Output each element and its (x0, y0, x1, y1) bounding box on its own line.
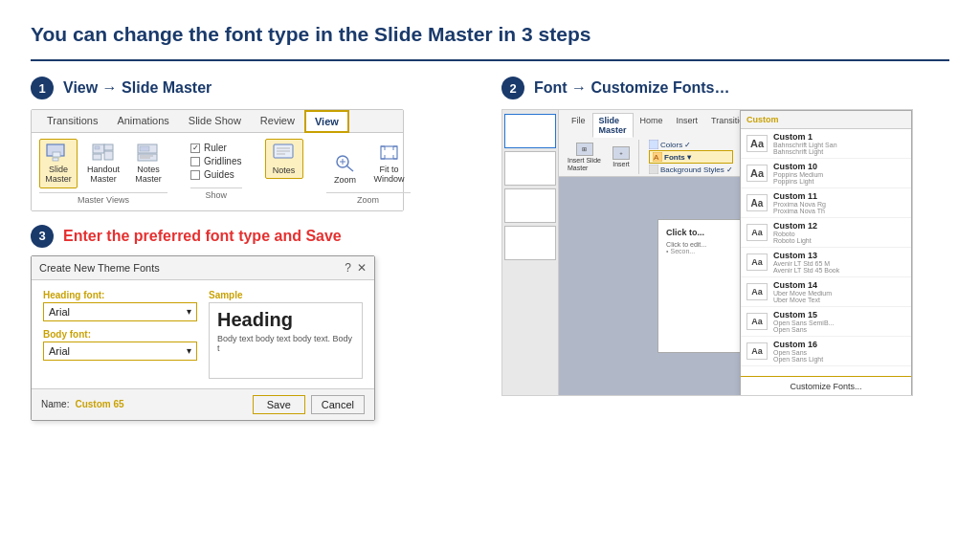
font-dropdown-header: Custom (741, 111, 911, 129)
mini-tab-home[interactable]: Home (634, 113, 670, 138)
ruler-checkbox[interactable]: ✓ (190, 143, 200, 153)
guides-checkbox[interactable] (190, 170, 200, 180)
font-item-custom13[interactable]: Aa Custom 13 Avenir LT Std 65 M Avenir L… (741, 248, 911, 277)
font-item-custom10[interactable]: Aa Custom 10 Poppins Medium Poppins Ligh… (741, 159, 911, 188)
tab-view[interactable]: View (304, 110, 349, 133)
slide-thumb-3[interactable] (504, 188, 556, 223)
handout-master-btn[interactable]: HandoutMaster (81, 139, 125, 188)
slide-thumb-2[interactable] (504, 151, 556, 186)
name-value: Custom 65 (75, 399, 123, 409)
guides-checkbox-row[interactable]: Guides (190, 169, 241, 180)
show-label: Show (190, 187, 241, 200)
font-item-custom1[interactable]: Aa Custom 1 Bahnschrift Light San Bahnsc… (741, 129, 911, 159)
ribbon-screenshot: Transitions Animations Slide Show Review… (31, 109, 404, 211)
zoom-group: Zoom (326, 139, 411, 205)
svg-rect-7 (104, 151, 113, 160)
mini-tab-slidemaster[interactable]: Slide Master (592, 113, 634, 138)
name-row: Name: Custom 65 (41, 399, 124, 409)
insert-slide-icon: ⊞ (576, 143, 593, 156)
mini-insert-layout-btn[interactable]: + Insert (610, 145, 633, 168)
notes-master-btn[interactable]: NotesMaster (129, 139, 167, 188)
notes-master-icon (135, 143, 162, 164)
handout-master-label: HandoutMaster (87, 165, 120, 185)
dialog-help-icon[interactable]: ? (345, 261, 351, 275)
dialog-left-panel: Heading font: Arial ▾ Body font: Arial ▾ (43, 290, 197, 379)
bg-btn[interactable]: Background Styles ✓ (649, 165, 733, 174)
button-row: Save Cancel (253, 395, 365, 414)
notes-btn[interactable]: Notes (265, 139, 303, 179)
tab-review[interactable]: Review (251, 110, 304, 132)
body-font-label: Body font: (43, 329, 197, 340)
insert-layout-icon: + (612, 146, 630, 160)
master-views-group: SlideMaster (39, 139, 167, 205)
notes-btn-label: Notes (273, 165, 296, 175)
notes-group: Notes - (265, 139, 303, 195)
save-button[interactable]: Save (253, 395, 305, 414)
svg-text:A: A (654, 153, 659, 162)
fit-to-window-btn[interactable]: Fit toWindow (368, 139, 411, 188)
font-item-custom11[interactable]: Aa Custom 11 Proxima Nova Rg Proxima Nov… (741, 188, 911, 218)
font-item-custom15[interactable]: Aa Custom 15 Open Sans SemiB... Open San… (741, 307, 911, 337)
body-font-input[interactable]: Arial ▾ (43, 342, 197, 361)
gridlines-checkbox-row[interactable]: Gridlines (190, 156, 241, 166)
font-item-custom12[interactable]: Aa Custom 12 Roboto Roboto Light (741, 218, 911, 248)
font-aa-icon: Aa (746, 313, 768, 330)
show-group: ✓ Ruler Gridlines Guides Show (190, 139, 241, 200)
fit-to-window-icon (376, 143, 403, 164)
colors-btn[interactable]: Colors ✓ (649, 140, 733, 149)
font-aa-icon: Aa (746, 253, 768, 271)
step2-title: Font → Customize Fonts… (534, 79, 729, 97)
step3-header: 3 Enter the preferred font type and Save (31, 225, 479, 248)
font-aa-icon: Aa (746, 283, 768, 300)
guides-label: Guides (204, 169, 234, 180)
dialog-close-btn[interactable]: ✕ (357, 261, 367, 275)
ribbon-content: SlideMaster (32, 133, 403, 210)
step2-header: 2 Font → Customize Fonts… (501, 77, 949, 99)
slide-master-btn[interactable]: SlideMaster (39, 139, 78, 188)
notes-icon (271, 143, 298, 164)
font-item-custom16[interactable]: Aa Custom 16 Open Sans Open Sans Light (741, 337, 911, 366)
step1-title: View → Slide Master (63, 79, 212, 97)
slide-panel (502, 110, 559, 395)
customize-fonts-btn[interactable]: Customize Fonts... (741, 376, 911, 396)
gridlines-checkbox[interactable] (190, 157, 200, 166)
font-aa-icon: Aa (746, 165, 768, 182)
mini-tab-insert[interactable]: Insert (670, 113, 705, 138)
slide-thumb-4[interactable] (504, 226, 556, 260)
cancel-button[interactable]: Cancel (311, 395, 365, 414)
svg-rect-2 (53, 158, 58, 161)
ruler-label: Ruler (204, 143, 227, 153)
svg-rect-22 (649, 140, 658, 149)
slide-thumb-1[interactable] (504, 114, 556, 148)
svg-rect-10 (138, 154, 157, 161)
svg-rect-25 (649, 165, 658, 174)
font-aa-icon: Aa (746, 224, 768, 241)
mini-tab-file[interactable]: File (565, 113, 592, 138)
tab-slideshow[interactable]: Slide Show (179, 110, 251, 132)
svg-rect-5 (104, 144, 113, 150)
font-list: Aa Custom 1 Bahnschrift Light San Bahnsc… (741, 129, 911, 366)
sample-box: Heading Body text body text body text. B… (209, 302, 363, 379)
svg-rect-21 (381, 146, 397, 159)
fonts-btn[interactable]: A Fonts ▾ (649, 150, 733, 164)
name-label: Name: (41, 399, 69, 409)
tab-transitions[interactable]: Transitions (37, 110, 107, 132)
font-aa-icon: Aa (746, 135, 768, 152)
create-theme-fonts-dialog: Create New Theme Fonts ? ✕ Heading font:… (31, 255, 375, 421)
font-aa-icon: Aa (746, 342, 768, 360)
fit-to-window-label: Fit toWindow (374, 165, 405, 185)
tab-animations[interactable]: Animations (107, 110, 178, 132)
dialog-titlebar: Create New Theme Fonts ? ✕ (32, 256, 374, 280)
ruler-checkbox-row[interactable]: ✓ Ruler (190, 143, 241, 153)
notes-master-label: NotesMaster (135, 165, 162, 185)
heading-font-input[interactable]: Arial ▾ (43, 302, 197, 321)
font-item-custom14[interactable]: Aa Custom 14 Uber Move Medium Uber Move … (741, 277, 911, 307)
mini-insert-slide-btn[interactable]: ⊞ Insert SlideMaster (565, 142, 604, 172)
step3-title: Enter the preferred font type and Save (63, 228, 342, 245)
sample-body: Body text body text body text. Body t (217, 334, 354, 353)
dialog-title: Create New Theme Fonts (39, 262, 160, 274)
ppt-screenshot: File Slide Master Home Insert Transition… (501, 109, 913, 396)
svg-rect-1 (53, 152, 60, 157)
zoom-btn[interactable]: Zoom (326, 148, 365, 188)
sample-label: Sample (209, 290, 363, 300)
